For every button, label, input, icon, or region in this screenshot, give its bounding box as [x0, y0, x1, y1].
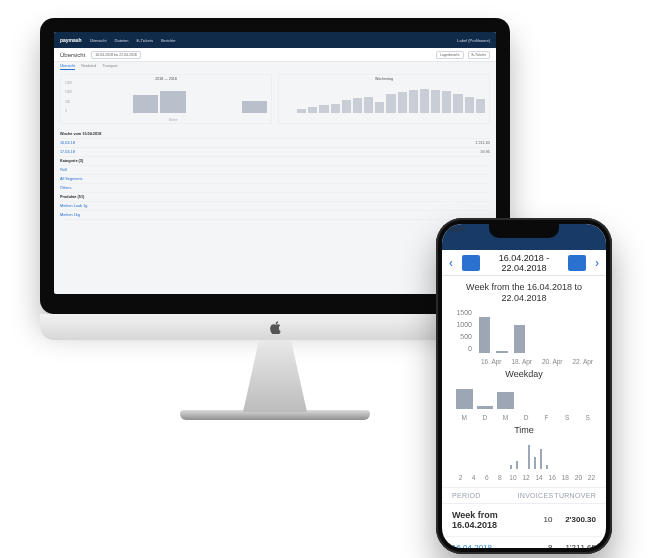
- table-row: Others: [60, 184, 490, 193]
- account-menu[interactable]: Label (Profilname): [457, 38, 490, 43]
- y-axis: 150010005000: [450, 309, 472, 353]
- mobile-app: Export ‹ 16.04.2018 - 22.04.2018 › Week …: [442, 224, 606, 548]
- section-period-head: Woche vom 16.04.2018: [60, 130, 490, 139]
- date-range-picker[interactable]: 16.04.2018 bis 22.04.2018: [91, 51, 140, 59]
- desktop-app: paymash Übersicht Dateien E-Tickets Beri…: [54, 32, 496, 294]
- mobile-date-bar: ‹ 16.04.2018 - 22.04.2018 ›: [442, 250, 606, 276]
- desktop-charts: 2018 — 2018 150010005000 Woche Wochentag: [54, 72, 496, 128]
- pill-stock-report[interactable]: Lagerbericht: [436, 51, 463, 59]
- export-button[interactable]: Export: [442, 224, 465, 233]
- table-row: Grill: [60, 166, 490, 175]
- mobile-weekday-chart: MDMDFSS: [450, 381, 598, 421]
- time-section-label: Time: [442, 425, 606, 435]
- pill-etickets[interactable]: E-Tickets: [468, 51, 490, 59]
- iphone-device: Export ‹ 16.04.2018 - 22.04.2018 › Week …: [436, 218, 612, 554]
- section-category-head: Kategorie (3): [60, 157, 490, 166]
- table-row[interactable]: 16.04.201881'211.65: [442, 537, 606, 548]
- table-row: Merken Loab 1g: [60, 202, 490, 211]
- desktop-sub-bar: Übersicht 16.04.2018 bis 22.04.2018 Lage…: [54, 48, 496, 62]
- mobile-chart-title: Week from the 16.04.2018 to 22.04.2018: [442, 276, 606, 307]
- table-row: 17.04.1859.95: [60, 148, 490, 157]
- table-row: Merken 1kg: [60, 211, 490, 220]
- table-row: 16.04.181'211.65: [60, 139, 490, 148]
- mobile-main-chart: 150010005000 16. Apr18. Apr20. Apr22. Ap…: [450, 309, 598, 365]
- chart-week: 2018 — 2018 150010005000 Woche: [60, 74, 272, 124]
- iphone-notch: [489, 224, 559, 238]
- nav-item-reports[interactable]: Berichte: [161, 38, 176, 43]
- desktop-top-nav: paymash Übersicht Dateien E-Tickets Beri…: [54, 32, 496, 48]
- desktop-tabs: Übersicht Nordwind Transport: [54, 62, 496, 72]
- prev-period-button[interactable]: ‹: [442, 256, 460, 270]
- table-header: PERIOD INVOICES TURNOVER: [442, 487, 606, 504]
- nav-item-files[interactable]: Dateien: [115, 38, 129, 43]
- weekday-section-label: Weekday: [442, 369, 606, 379]
- nav-item-etickets[interactable]: E-Tickets: [136, 38, 153, 43]
- chart-weekday: Wochentag: [278, 74, 490, 124]
- section-products-head: Produkte (51): [60, 193, 490, 202]
- chart-week-sublabel: Woche: [79, 118, 267, 122]
- tab-overview[interactable]: Übersicht: [60, 64, 75, 70]
- tab-nordwind[interactable]: Nordwind: [81, 64, 96, 70]
- next-period-button[interactable]: ›: [588, 256, 606, 270]
- table-row: All Segments: [60, 175, 490, 184]
- calendar-icon[interactable]: [462, 255, 480, 271]
- mobile-time-chart: 246810121416182022: [450, 437, 598, 481]
- desktop-report-sections: Woche vom 16.04.2018 16.04.181'211.65 17…: [54, 128, 496, 222]
- imac-stand: [225, 340, 325, 412]
- nav-item-overview[interactable]: Übersicht: [90, 38, 107, 43]
- apple-logo-icon: [270, 321, 281, 334]
- date-range-label: 16.04.2018 - 22.04.2018: [482, 253, 566, 273]
- brand-logo: paymash: [60, 37, 82, 43]
- mobile-summary-table: PERIOD INVOICES TURNOVER Week from 16.04…: [442, 487, 606, 549]
- chart-week-title: 2018 — 2018: [155, 77, 177, 81]
- tab-transport[interactable]: Transport: [102, 64, 117, 70]
- page-title: Übersicht: [60, 52, 85, 58]
- chart-weekday-title: Wochentag: [375, 77, 393, 81]
- table-row: Week from 16.04.2018102'300.30: [442, 504, 606, 538]
- calendar-icon[interactable]: [568, 255, 586, 271]
